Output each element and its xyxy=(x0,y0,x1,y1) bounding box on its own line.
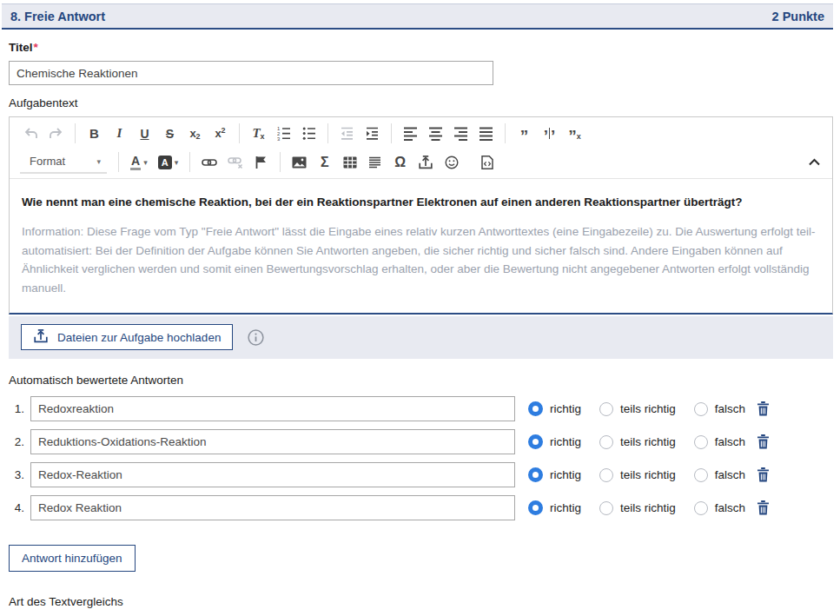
background-color-icon[interactable]: A▾ xyxy=(155,151,182,174)
answer-row: 2.richtigteils richtigfalsch xyxy=(9,429,833,454)
text-color-icon[interactable]: A▾ xyxy=(127,151,151,174)
option-label: teils richtig xyxy=(620,501,676,514)
toolbar-separator xyxy=(239,123,240,143)
radio-unselected-icon[interactable] xyxy=(599,468,613,482)
format-select[interactable]: Format▾ xyxy=(20,150,107,174)
align-center-icon[interactable] xyxy=(425,123,446,145)
unlink-icon[interactable] xyxy=(224,151,247,174)
smiley-icon[interactable] xyxy=(440,151,462,174)
underline-icon[interactable]: U xyxy=(134,123,155,145)
comparison-label: Art des Textvergleichs xyxy=(9,595,833,608)
option-richtig[interactable]: richtig xyxy=(528,500,581,515)
option-label: teils richtig xyxy=(620,402,676,415)
option-teils-richtig[interactable]: teils richtig xyxy=(599,402,676,416)
bold-icon[interactable]: B xyxy=(83,123,105,145)
radio-unselected-icon[interactable] xyxy=(599,501,613,515)
delete-answer-button[interactable] xyxy=(757,401,770,416)
italic-icon[interactable]: I xyxy=(109,123,130,145)
align-justify-icon[interactable] xyxy=(475,123,497,145)
redo-icon[interactable] xyxy=(45,123,67,145)
title-label: Titel* xyxy=(9,41,833,54)
option-falsch[interactable]: falsch xyxy=(694,501,745,515)
option-label: richtig xyxy=(550,435,581,448)
outdent-icon[interactable] xyxy=(336,123,358,145)
option-label: teils richtig xyxy=(620,468,676,481)
answers-label: Automatisch bewertete Antworten xyxy=(9,374,833,387)
image-icon[interactable] xyxy=(288,151,310,174)
toolbar-row-2: Format▾A▾A▾ΣΩ xyxy=(10,148,832,176)
add-answer-button[interactable]: Antwort hinzufügen xyxy=(9,545,136,572)
title-input[interactable] xyxy=(9,61,493,85)
insert-quote-icon[interactable]: ” xyxy=(513,123,535,145)
question-text: Wie nennt man eine chemische Reaktion, b… xyxy=(22,193,820,211)
anchor-flag-icon[interactable] xyxy=(250,151,272,174)
align-right-icon[interactable] xyxy=(450,123,472,145)
align-left-icon[interactable] xyxy=(400,123,421,145)
ordered-list-icon[interactable]: 123 xyxy=(273,123,294,145)
source-code-icon[interactable] xyxy=(476,151,498,174)
option-label: falsch xyxy=(715,468,745,481)
option-label: richtig xyxy=(550,501,581,514)
radio-unselected-icon[interactable] xyxy=(694,468,708,482)
question-form: 8. Freie Antwort 2 Punkte Titel* Aufgabe… xyxy=(2,3,833,616)
superscript-icon[interactable]: x2 xyxy=(209,123,231,145)
option-teils-richtig[interactable]: teils richtig xyxy=(599,501,676,515)
radio-selected-icon[interactable] xyxy=(528,401,543,416)
option-falsch[interactable]: falsch xyxy=(694,468,745,482)
subscript-icon[interactable]: x2 xyxy=(184,123,206,145)
option-richtig[interactable]: richtig xyxy=(528,467,581,482)
upload-icon xyxy=(33,329,49,346)
option-teils-richtig[interactable]: teils richtig xyxy=(599,435,676,449)
formula-sigma-icon[interactable]: Σ xyxy=(314,151,335,174)
bullet-list-icon[interactable] xyxy=(298,123,320,145)
option-richtig[interactable]: richtig xyxy=(528,401,581,416)
radio-unselected-icon[interactable] xyxy=(694,402,708,416)
radio-unselected-icon[interactable] xyxy=(599,402,613,416)
option-richtig[interactable]: richtig xyxy=(528,434,581,449)
collapse-toolbar-icon[interactable] xyxy=(807,154,822,170)
answer-input-3[interactable] xyxy=(30,462,515,487)
answer-row: 1.richtigteils richtigfalsch xyxy=(9,396,833,421)
radio-unselected-icon[interactable] xyxy=(599,435,613,449)
option-label: richtig xyxy=(550,468,581,481)
upload-files-button[interactable]: Dateien zur Aufgabe hochladen xyxy=(21,324,233,350)
toolbar-separator xyxy=(189,152,190,172)
remove-quote-icon[interactable]: ”x xyxy=(564,123,585,145)
answer-input-2[interactable] xyxy=(30,429,515,454)
remove-format-icon[interactable]: Tx xyxy=(248,123,269,145)
indent-icon[interactable] xyxy=(361,123,383,145)
option-teils-richtig[interactable]: teils richtig xyxy=(599,468,676,482)
answer-input-1[interactable] xyxy=(30,396,515,421)
undo-icon[interactable] xyxy=(20,123,42,145)
editor-content[interactable]: Wie nennt man eine chemische Reaktion, b… xyxy=(10,179,832,313)
table-icon[interactable] xyxy=(339,151,360,174)
split-quote-icon[interactable]: ’’ xyxy=(539,123,560,145)
link-icon[interactable] xyxy=(198,151,221,174)
answer-row: 4.richtigteils richtigfalsch xyxy=(9,495,833,520)
strikethrough-icon[interactable]: S xyxy=(159,123,181,145)
answer-input-4[interactable] xyxy=(30,495,515,520)
toolbar-separator xyxy=(118,152,119,172)
radio-unselected-icon[interactable] xyxy=(694,501,708,515)
delete-answer-button[interactable] xyxy=(757,467,770,482)
upload-section: Dateien zur Aufgabe hochladen xyxy=(9,316,833,359)
required-asterisk: * xyxy=(34,41,38,54)
option-falsch[interactable]: falsch xyxy=(694,402,745,416)
toolbar-separator xyxy=(327,123,328,143)
answer-number: 3. xyxy=(9,468,24,481)
info-icon[interactable] xyxy=(248,329,264,346)
file-upload-icon[interactable] xyxy=(414,151,437,174)
radio-selected-icon[interactable] xyxy=(528,500,543,515)
answer-number: 4. xyxy=(9,501,24,514)
toolbar-separator xyxy=(280,152,281,172)
radio-selected-icon[interactable] xyxy=(528,434,543,449)
option-falsch[interactable]: falsch xyxy=(694,435,745,449)
special-character-omega-icon[interactable]: Ω xyxy=(389,151,411,174)
delete-answer-button[interactable] xyxy=(757,500,770,515)
toolbar-separator xyxy=(505,123,506,143)
editor-toolbar: BIUSx2x2Tx123”’’”x Format▾A▾A▾ΣΩ xyxy=(10,117,832,179)
radio-selected-icon[interactable] xyxy=(528,467,543,482)
text-lines-icon[interactable] xyxy=(364,151,386,174)
radio-unselected-icon[interactable] xyxy=(694,435,708,449)
delete-answer-button[interactable] xyxy=(757,434,770,449)
